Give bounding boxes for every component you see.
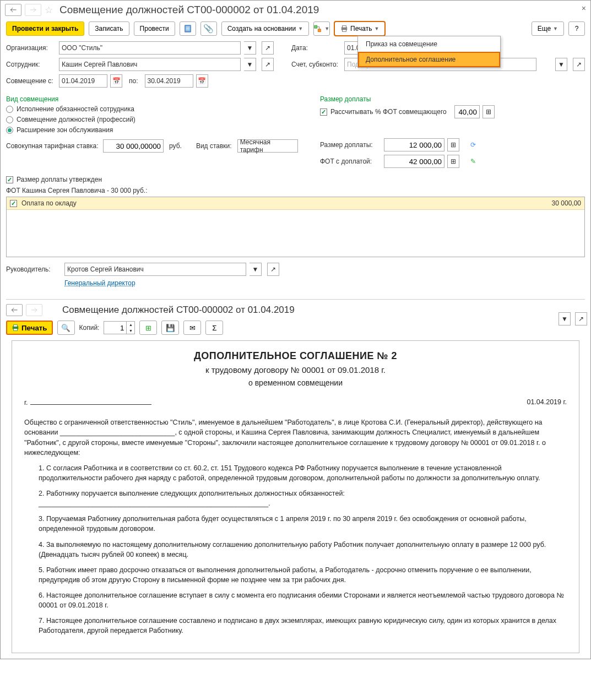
print-button[interactable]: Печать ▼ xyxy=(334,21,385,36)
print-dropdown-menu: Приказ на совмещение Дополнительное согл… xyxy=(357,36,501,68)
org-dropdown-icon[interactable]: ▼ xyxy=(244,41,256,55)
date-to-field[interactable]: 30.04.2019 xyxy=(145,74,193,88)
sub-nav-back[interactable]: 🡠 xyxy=(6,304,23,316)
sum-icon[interactable]: Σ xyxy=(205,321,223,335)
svg-rect-3 xyxy=(186,30,189,30)
sub-nav-forward[interactable]: 🡢 xyxy=(26,304,42,316)
org-open-icon[interactable]: ↗ xyxy=(262,41,274,55)
calc-icon[interactable]: ⊞ xyxy=(447,138,459,151)
nav-back-button[interactable]: 🡠 xyxy=(5,4,21,16)
svg-rect-11 xyxy=(14,329,18,331)
date-from-field[interactable]: 01.04.2019 xyxy=(59,74,107,88)
date-label: Дата: xyxy=(291,44,341,52)
fot-summary: ФОТ Кашина Сергея Павловича - 30 000 руб… xyxy=(6,187,585,194)
rate-kind-field[interactable]: Месячная тарифн xyxy=(237,139,298,153)
radio-zones[interactable]: Расширение зон обслуживания xyxy=(6,126,303,134)
doc-preamble: Общество с ограниченной ответственностью… xyxy=(24,417,567,458)
submit-button[interactable]: Провести xyxy=(134,21,175,36)
save-file-icon[interactable]: 💾 xyxy=(161,321,179,335)
kind-heading: Вид совмещения xyxy=(6,95,303,103)
doc-print-button[interactable]: Печать xyxy=(6,321,53,335)
head-field[interactable]: Кротов Сергей Иванович xyxy=(64,263,246,276)
doc-subheading: к трудовому договору № 00001 от 09.01.20… xyxy=(24,364,567,376)
refresh-icon[interactable]: ⟳ xyxy=(467,138,479,151)
structure-icon[interactable]: ▼ xyxy=(313,21,330,36)
emp-field[interactable]: Кашин Сергей Павлович xyxy=(59,58,241,71)
payroll-grid[interactable]: Оплата по окладу 30 000,00 xyxy=(6,197,585,257)
svg-rect-4 xyxy=(315,25,317,28)
more-button[interactable]: Еще ▼ xyxy=(532,21,564,36)
calendar-icon[interactable]: 📅 xyxy=(196,74,208,88)
calc-icon[interactable]: ⊞ xyxy=(482,105,495,118)
row-checkbox[interactable] xyxy=(10,200,17,207)
head-position-link[interactable]: Генеральный директор xyxy=(64,279,135,287)
nav-forward-button[interactable]: 🡢 xyxy=(25,4,41,16)
report-icon[interactable] xyxy=(180,21,196,36)
org-label: Организация: xyxy=(6,44,56,52)
create-based-on-button[interactable]: Создать на основании ▼ xyxy=(221,21,309,36)
edit-icon[interactable]: ✎ xyxy=(467,155,479,168)
from-label: Совмещение с: xyxy=(6,77,56,85)
acct-open-icon[interactable]: ↗ xyxy=(573,58,585,71)
calc-icon[interactable]: ⊞ xyxy=(447,155,459,168)
save-button[interactable]: Записать xyxy=(89,21,129,36)
print-document: ДОПОЛНИТЕЛЬНОЕ СОГЛАШЕНИЕ № 2 к трудовом… xyxy=(12,340,579,653)
fot-label: ФОТ с доплатой: xyxy=(320,158,381,165)
tariff-label: Совокупная тарифная ставка: xyxy=(6,142,100,150)
menu-item-agreement[interactable]: Дополнительное соглашение xyxy=(358,52,500,67)
size-field[interactable] xyxy=(384,138,444,151)
svg-rect-1 xyxy=(186,27,189,28)
tariff-field[interactable] xyxy=(103,139,164,153)
window-title: Совмещение должностей СТ00-000002 от 01.… xyxy=(59,4,319,16)
svg-rect-5 xyxy=(318,29,321,32)
doc-heading: ДОПОЛНИТЕЛЬНОЕ СОГЛАШЕНИЕ № 2 xyxy=(24,349,567,363)
org-field[interactable]: ООО "Стиль" xyxy=(59,41,241,55)
copies-spinner[interactable]: ▲▼ xyxy=(104,321,135,334)
rate-kind-label: Вид ставки: xyxy=(196,142,232,150)
favorite-icon[interactable]: ☆ xyxy=(45,4,53,16)
calendar-icon[interactable]: 📅 xyxy=(110,74,122,88)
calc-fot-checkbox[interactable] xyxy=(320,108,327,116)
acct-dropdown-icon[interactable]: ▼ xyxy=(555,58,567,71)
size-heading: Размер доплаты xyxy=(320,95,585,103)
sub-open-icon[interactable]: ↗ xyxy=(575,312,587,325)
svg-rect-8 xyxy=(343,30,346,32)
close-icon[interactable]: × xyxy=(582,4,586,13)
head-label: Руководитель: xyxy=(6,265,61,273)
svg-rect-2 xyxy=(186,28,189,29)
to-label: по: xyxy=(129,77,138,85)
fot-field[interactable] xyxy=(384,155,444,168)
radio-duties[interactable]: Исполнение обязанностей сотрудника xyxy=(6,105,303,113)
emp-label: Сотрудник: xyxy=(6,61,56,68)
acct-label: Счет, субконто: xyxy=(291,61,341,68)
attach-icon[interactable]: 📎 xyxy=(200,21,217,36)
radio-positions[interactable]: Совмещение должностей (профессий) xyxy=(6,116,303,123)
head-dropdown-icon[interactable]: ▼ xyxy=(250,263,262,276)
submit-close-button[interactable]: Провести и закрыть xyxy=(6,21,84,36)
doc-subheading2: о временном совмещении xyxy=(24,377,567,388)
doc-date: 01.04.2019 г. xyxy=(527,397,567,408)
sub-dropdown-icon[interactable]: ▼ xyxy=(559,312,571,325)
preview-icon[interactable]: 🔍 xyxy=(57,321,75,335)
emp-open-icon[interactable]: ↗ xyxy=(262,58,274,71)
emp-dropdown-icon[interactable]: ▼ xyxy=(244,58,256,71)
table-row[interactable]: Оплата по окладу 30 000,00 xyxy=(7,197,584,210)
help-button[interactable]: ? xyxy=(568,21,585,36)
excel-icon[interactable]: ⊞ xyxy=(139,321,157,335)
approved-checkbox[interactable] xyxy=(6,176,13,183)
svg-rect-10 xyxy=(14,325,18,327)
menu-item-order[interactable]: Приказ на совмещение xyxy=(358,36,500,52)
sub-title: Совмещение должностей СТ00-000002 от 01.… xyxy=(62,305,295,316)
head-open-icon[interactable]: ↗ xyxy=(267,263,279,276)
svg-rect-7 xyxy=(343,26,346,28)
size-label: Размер доплаты: xyxy=(320,141,381,149)
email-icon[interactable]: ✉ xyxy=(183,321,201,335)
copies-label: Копий: xyxy=(79,324,100,332)
pct-field[interactable] xyxy=(454,105,480,118)
